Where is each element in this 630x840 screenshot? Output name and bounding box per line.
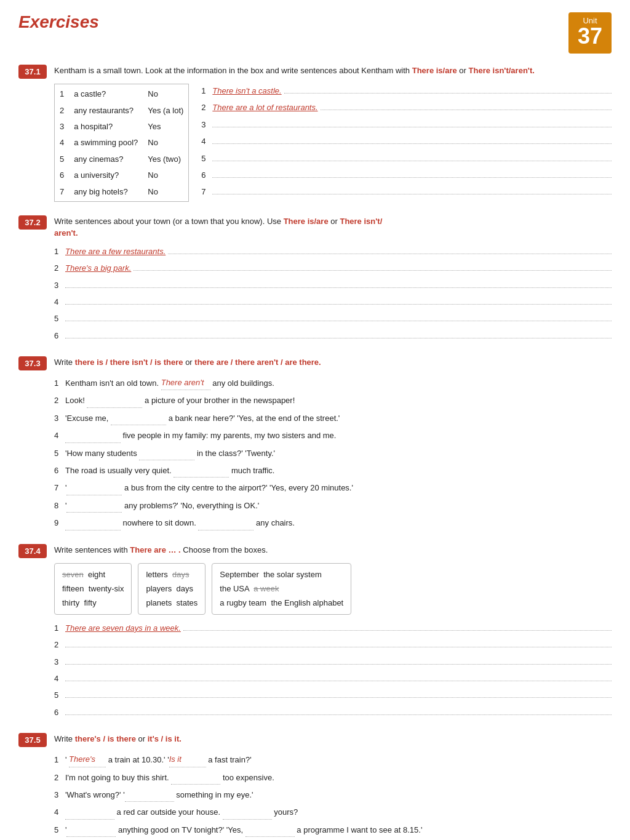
s372-red3: aren't.: [54, 228, 78, 238]
sentence-line: 4 a red car outside your house. yours?: [54, 805, 612, 819]
s372-answers: 1There are a few restaurants.2There's a …: [54, 244, 612, 343]
s372-instr2: or: [330, 217, 338, 226]
s374-instr2: Choose from the boxes.: [183, 545, 268, 554]
s375-instr1: Write: [54, 734, 73, 743]
sentence-line: 3'Excuse me, a bank near here?' 'Yes, at…: [54, 411, 612, 425]
sentence-line: 5' anything good on TV tonight?' 'Yes, a…: [54, 823, 612, 837]
answer-line: 3: [54, 278, 612, 292]
s374-answers: 1There are seven days in a week.23456: [54, 621, 612, 719]
sentence-line: 8' any problems?' 'No, everything is OK.…: [54, 498, 612, 513]
s375-instr2: or: [138, 734, 146, 743]
sentence-line: 7' a bus from the city centre to the air…: [54, 481, 612, 495]
sentence-line: 4 five people in my family: my parents, …: [54, 428, 612, 442]
table-row: 1a castle?No: [55, 84, 189, 103]
section-375-header: 37.5 Write there's / is there or it's / …: [18, 733, 612, 747]
page-header: Exercises Unit 37: [18, 12, 612, 54]
answer-line: 4: [54, 671, 612, 686]
section-373-instruction: Write there is / there isn't / is there …: [54, 356, 612, 369]
section-375: 37.5 Write there's / is there or it's / …: [18, 733, 612, 840]
sentence-line: 1' There's a train at 10.30.' 'Is it a f…: [54, 752, 612, 767]
table-row: 2any restaurants?Yes (a lot): [55, 102, 189, 118]
page-title: Exercises: [18, 12, 99, 32]
answer-line: 5: [201, 151, 612, 166]
section-375-badge: 37.5: [18, 733, 47, 747]
s372-instr1: Write sentences about your town (or a to…: [54, 217, 281, 226]
unit-badge: Unit 37: [568, 12, 612, 54]
section-372-instruction: Write sentences about your town (or a to…: [54, 215, 612, 239]
s374-red1: There are … .: [130, 545, 180, 554]
section-374-badge: 37.4: [18, 544, 47, 558]
section-372-header: 37.2 Write sentences about your town (or…: [18, 215, 612, 239]
section-374-header: 37.4 Write sentences with There are … . …: [18, 544, 612, 558]
section-372: 37.2 Write sentences about your town (or…: [18, 215, 612, 343]
answer-line: 2There's a big park.: [54, 261, 612, 275]
s371-red1: There is/are: [412, 66, 457, 75]
answer-line: 5: [54, 311, 612, 326]
answer-line: 6: [201, 168, 612, 182]
sentence-line: 1Kentham isn't an old town. There aren't…: [54, 375, 612, 390]
answer-line: 7: [201, 185, 612, 199]
word-box-2: letters daysplayers daysplanets states: [138, 563, 205, 615]
s374-instr1: Write sentences with: [54, 545, 128, 554]
table-row: 7any big hotels?No: [55, 183, 189, 201]
s373-instr1: Write: [54, 358, 73, 367]
sentence-line: 9 nowhere to sit down. any chairs.: [54, 516, 612, 530]
section-374: 37.4 Write sentences with There are … . …: [18, 544, 612, 720]
s371-red2: There isn't/aren't.: [469, 66, 535, 75]
answer-line: 1There isn't a castle.: [201, 84, 612, 98]
s371-answers: 1There isn't a castle.2There are a lot o…: [201, 84, 612, 202]
s372-red2: There isn't/: [340, 217, 382, 226]
s371-content: 1a castle?No2any restaurants?Yes (a lot)…: [54, 84, 612, 202]
answer-line: 2: [54, 638, 612, 652]
answer-line: 1There are seven days in a week.: [54, 621, 612, 635]
s374-boxes: seven eightfifteen twenty-sixthirty fift…: [54, 563, 612, 615]
section-371-instruction: Kentham is a small town. Look at the inf…: [54, 65, 612, 77]
section-375-instruction: Write there's / is there or it's / is it…: [54, 733, 612, 745]
sentence-line: 2I'm not going to buy this shirt. too ex…: [54, 770, 612, 785]
sentence-line: 2Look! a picture of your brother in the …: [54, 393, 612, 407]
answer-line: 6: [54, 705, 612, 719]
table-row: 5any cinemas?Yes (two): [55, 151, 189, 167]
s373-instr2: or: [185, 358, 193, 367]
s375-red2: it's / is it.: [148, 734, 181, 743]
s373-red2: there are / there aren't / are there.: [194, 358, 321, 367]
unit-number: 37: [577, 25, 603, 47]
s375-red1: there's / is there: [75, 734, 136, 743]
answer-line: 3: [201, 118, 612, 132]
section-371-header: 37.1 Kentham is a small town. Look at th…: [18, 65, 612, 79]
sentence-line: 6The road is usually very quiet. much tr…: [54, 463, 612, 478]
section-373-header: 37.3 Write there is / there isn't / is t…: [18, 356, 612, 370]
answer-line: 2There are a lot of restaurants.: [201, 100, 612, 114]
answer-line: 4: [54, 295, 612, 309]
answer-line: 4: [201, 134, 612, 148]
word-box-3: September the solar systemthe USA a week…: [212, 563, 351, 615]
table-row: 4a swimming pool?No: [55, 135, 189, 151]
s371-table: 1a castle?No2any restaurants?Yes (a lot)…: [54, 84, 189, 202]
s372-red1: There is/are: [284, 217, 329, 226]
section-373: 37.3 Write there is / there isn't / is t…: [18, 356, 612, 530]
word-box-1: seven eightfifteen twenty-sixthirty fift…: [54, 563, 132, 615]
s375-sentences: 1' There's a train at 10.30.' 'Is it a f…: [54, 752, 612, 840]
section-372-badge: 37.2: [18, 215, 47, 230]
s373-red1: there is / there isn't / is there: [75, 358, 183, 367]
answer-line: 5: [54, 688, 612, 702]
section-371: 37.1 Kentham is a small town. Look at th…: [18, 65, 612, 202]
section-373-badge: 37.3: [18, 356, 47, 370]
section-374-instruction: Write sentences with There are … . Choos…: [54, 544, 612, 556]
answer-line: 6: [54, 329, 612, 343]
answer-line: 3: [54, 655, 612, 669]
answer-line: 1There are a few restaurants.: [54, 244, 612, 258]
section-371-badge: 37.1: [18, 65, 47, 79]
sentence-line: 3'What's wrong?' ' something in my eye.': [54, 788, 612, 802]
s373-sentences: 1Kentham isn't an old town. There aren't…: [54, 375, 612, 530]
s371-instr1: Kentham is a small town. Look at the inf…: [54, 66, 410, 75]
table-row: 6a university?No: [55, 167, 189, 183]
s371-instr2: or: [459, 66, 466, 75]
table-row: 3a hospital?Yes: [55, 118, 189, 134]
sentence-line: 5'How many students in the class?' 'Twen…: [54, 446, 612, 460]
